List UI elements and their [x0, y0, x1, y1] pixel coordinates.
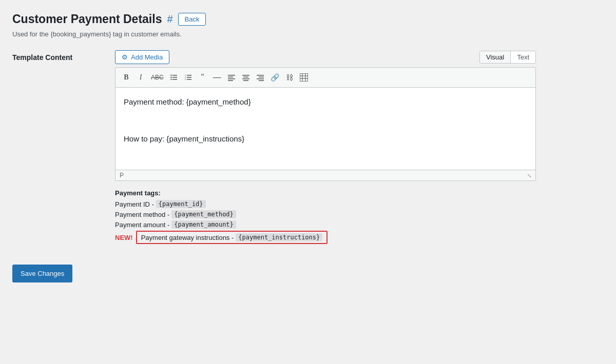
editor-status-bar: P ⤡ [116, 170, 535, 180]
resize-handle[interactable]: ⤡ [527, 173, 531, 178]
back-button[interactable]: Back [178, 13, 206, 26]
page-title: Customer Payment Details [12, 12, 162, 26]
editor-top-bar: ⚙ Add Media Visual Text [115, 50, 536, 64]
editor-content[interactable]: Payment method: {payment_method} How to … [116, 88, 535, 170]
tab-visual[interactable]: Visual [480, 51, 510, 63]
tag-label-payment-instructions: Payment gateway instructions - [141, 234, 234, 241]
tag-row-payment-id: Payment ID - {payment_id} [115, 200, 536, 208]
svg-rect-1 [172, 77, 177, 78]
svg-rect-12 [228, 75, 235, 76]
payment-tags-section: Payment tags: Payment ID - {payment_id} … [115, 189, 536, 244]
svg-rect-8 [187, 79, 191, 80]
tag-badge-payment-method: {payment_method} [171, 210, 236, 218]
page-subtitle: Used for the {booking_payments} tag in c… [12, 30, 604, 38]
svg-rect-0 [172, 75, 177, 76]
tag-badge-payment-amount: {payment_amount} [171, 220, 236, 229]
hr-button[interactable]: — [210, 71, 224, 84]
tag-badge-payment-instructions: {payment_instructions} [236, 233, 322, 241]
editor-toolbar: B I ABC 123 " — [116, 68, 535, 88]
tag-row-payment-instructions: NEW! Payment gateway instructions - {pay… [115, 231, 536, 244]
save-changes-button[interactable]: Save Changes [12, 265, 72, 282]
svg-rect-22 [257, 78, 264, 79]
new-label: NEW! [115, 234, 133, 241]
svg-rect-2 [172, 79, 177, 80]
blockquote-button[interactable]: " [196, 71, 209, 84]
link-button[interactable]: 🔗 [268, 71, 282, 84]
svg-point-3 [170, 75, 171, 76]
svg-rect-24 [300, 73, 308, 82]
status-path: P [120, 172, 124, 179]
unlink-button[interactable]: ⛓ [283, 71, 296, 84]
strikethrough-button[interactable]: ABC [148, 71, 166, 84]
svg-text:3: 3 [185, 78, 186, 80]
table-button[interactable] [297, 71, 311, 84]
bold-button[interactable]: B [120, 71, 133, 84]
svg-rect-20 [257, 75, 264, 76]
tag-label-payment-method: Payment method - [115, 211, 169, 218]
tag-label-payment-amount: Payment amount - [115, 221, 169, 229]
unordered-list-button[interactable] [167, 71, 181, 84]
hash-anchor[interactable]: # [167, 13, 172, 25]
svg-rect-14 [228, 78, 235, 79]
svg-point-5 [170, 79, 171, 80]
align-left-button[interactable] [225, 71, 238, 84]
tag-row-payment-amount: Payment amount - {payment_amount} [115, 220, 536, 229]
view-tabs: Visual Text [479, 51, 536, 64]
add-media-label: Add Media [131, 53, 163, 61]
align-right-button[interactable] [254, 71, 267, 84]
ordered-list-button[interactable]: 123 [182, 71, 195, 84]
editor-container: B I ABC 123 " — [115, 67, 536, 181]
align-center-button[interactable] [239, 71, 253, 84]
svg-rect-13 [228, 77, 233, 78]
template-content-row: Template Content ⚙ Add Media Visual Text… [12, 50, 604, 244]
add-media-button[interactable]: ⚙ Add Media [115, 50, 169, 64]
svg-rect-7 [187, 77, 191, 78]
svg-rect-16 [242, 75, 249, 76]
svg-rect-17 [243, 77, 248, 78]
svg-point-4 [170, 77, 171, 78]
svg-rect-19 [243, 80, 248, 82]
tag-badge-payment-id: {payment_id} [156, 200, 206, 208]
svg-rect-6 [187, 75, 191, 76]
svg-rect-21 [259, 77, 264, 78]
add-media-icon: ⚙ [122, 53, 128, 61]
tag-row-payment-method: Payment method - {payment_method} [115, 210, 536, 218]
new-tag-content: Payment gateway instructions - {payment_… [136, 231, 328, 244]
payment-tags-title: Payment tags: [115, 189, 536, 197]
page-header: Customer Payment Details # Back [12, 12, 604, 26]
svg-rect-23 [259, 80, 264, 82]
tag-label-payment-id: Payment ID - [115, 200, 154, 208]
tab-text[interactable]: Text [510, 51, 535, 63]
italic-button[interactable]: I [134, 71, 147, 84]
template-label: Template Content [12, 50, 105, 62]
svg-rect-15 [228, 80, 233, 82]
svg-rect-18 [242, 78, 249, 79]
editor-area: ⚙ Add Media Visual Text B I ABC [115, 50, 536, 244]
